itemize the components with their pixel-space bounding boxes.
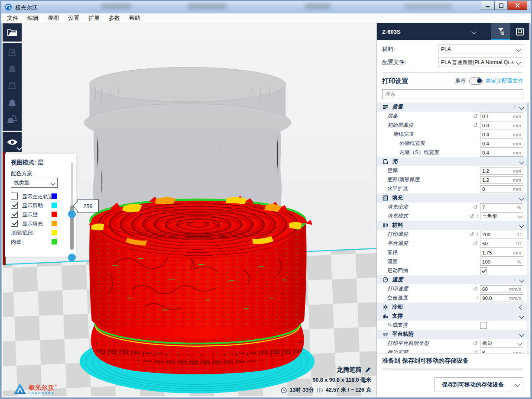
setting-value-input[interactable]: 60mm/s — [480, 285, 523, 293]
setting-value-input[interactable]: 0.4mm — [480, 140, 523, 148]
info-icon[interactable]: i — [477, 295, 478, 301]
setting-checkbox[interactable] — [480, 322, 487, 329]
edit-pencil-icon[interactable] — [365, 367, 371, 373]
viewport-3d[interactable]: 视图模式: 层 配色方案 线类型 显示空走轨迹显示帮助显示壁显示填充顶部/底部内… — [3, 23, 376, 396]
menu-item-3[interactable]: 视图 — [48, 14, 59, 22]
setting-value-input[interactable]: 1.2mm — [480, 167, 523, 175]
settings-section-header[interactable]: 速度i — [377, 275, 529, 284]
menu-item-5[interactable]: 扩展 — [88, 14, 100, 22]
settings-section-header[interactable]: 材料 — [377, 221, 529, 230]
machine-chevron-icon[interactable] — [471, 29, 476, 34]
settings-section-header[interactable]: 支撑 — [377, 312, 529, 321]
adhesion-icon — [382, 331, 389, 338]
setting-value-input[interactable]: 50°C — [480, 240, 523, 248]
layer-slider-handle-top[interactable] — [68, 210, 76, 218]
sliced-model[interactable] — [84, 196, 312, 377]
setting-value-input[interactable]: 0mm — [480, 185, 523, 193]
profile-select[interactable]: PLA 普通质量(PLA Normal Qua ★ — [438, 58, 523, 67]
reset-icon[interactable]: ↺ — [473, 113, 478, 119]
settings-section-header[interactable]: 填充 — [377, 193, 529, 203]
view-mode-title: 视图模式: 层 — [11, 159, 44, 167]
reset-icon[interactable]: ↺ — [473, 286, 478, 292]
tab-monitor[interactable] — [510, 23, 529, 40]
material-select[interactable]: PLA — [438, 45, 523, 54]
setting-checkbox[interactable] — [480, 267, 487, 274]
per-model-settings-icon[interactable] — [6, 114, 18, 125]
setting-value-input[interactable]: 0.1mm — [480, 113, 523, 120]
menu-item-4[interactable]: 设置 — [68, 14, 79, 22]
info-icon[interactable]: i — [477, 231, 478, 238]
setting-value-input[interactable]: 1.75mm — [480, 249, 523, 257]
reset-icon[interactable]: ↺ — [473, 204, 478, 210]
settings-section-header[interactable]: 质量i — [377, 103, 529, 112]
setting-label: 启动回抽 — [382, 267, 408, 274]
legend-checkbox[interactable] — [11, 220, 18, 227]
setting-select[interactable]: 三角形 — [480, 212, 523, 220]
maximize-button[interactable] — [494, 1, 508, 10]
menu-item-6[interactable]: 参数 — [109, 14, 120, 22]
mirror-tool-icon[interactable] — [6, 97, 18, 109]
scale-tool-icon[interactable] — [6, 64, 18, 75]
reset-icon[interactable]: ↺ — [470, 213, 474, 219]
setting-value-input[interactable]: 0.4mm — [480, 149, 523, 157]
setting-value: 0 — [482, 187, 485, 192]
recommended-custom-toggle[interactable] — [469, 77, 483, 85]
setting-row: 打印速度↺60mm/s — [377, 284, 529, 293]
reset-icon[interactable]: ↺ — [473, 241, 478, 246]
legend-item-label: 顶部/底部 — [11, 229, 33, 237]
reset-icon[interactable]: ↺ — [473, 122, 478, 128]
custom-profiles-link[interactable]: 自定义配置文件 — [486, 77, 524, 85]
info-icon[interactable]: i — [514, 277, 516, 283]
reset-icon[interactable]: ↺ — [470, 232, 474, 237]
ghost-model[interactable] — [84, 67, 291, 211]
scrollbar-thumb[interactable] — [527, 103, 529, 240]
layer-slider[interactable] — [69, 162, 75, 254]
setting-controls: ↺i三角形 — [470, 212, 523, 220]
tab-prepare-slice[interactable] — [491, 23, 510, 40]
save-to-removable-button[interactable]: 保存到可移动的存储设备 — [435, 377, 511, 392]
legend-checkbox[interactable] — [11, 193, 18, 200]
settings-search-input[interactable]: 搜索 — [382, 89, 523, 99]
move-tool-icon[interactable] — [6, 47, 18, 58]
save-options-chevron[interactable] — [511, 377, 523, 391]
setting-value-input[interactable]: 0.4mm — [480, 131, 523, 138]
settings-section-header[interactable]: 平台粘附 — [377, 330, 529, 339]
reset-icon[interactable]: ↺ — [473, 341, 478, 346]
setting-value-input[interactable]: 90.0mm/s — [480, 294, 523, 302]
printer-monitor-icon — [515, 27, 525, 36]
setting-select[interactable]: 檐边 — [480, 340, 523, 348]
chevron-down-icon — [518, 214, 522, 219]
settings-scrollbar[interactable] — [527, 103, 529, 353]
brand-name-en: JGAURORA — [29, 392, 57, 395]
info-icon[interactable]: i — [477, 213, 478, 219]
chevron-down-icon — [519, 332, 524, 337]
layer-slider-track[interactable] — [71, 162, 73, 206]
reset-icon[interactable]: ↺ — [473, 350, 478, 353]
setting-value-input[interactable]: 0.3mm — [480, 122, 523, 129]
close-button[interactable] — [508, 1, 527, 10]
legend-checkbox[interactable] — [11, 211, 18, 218]
minimize-button[interactable] — [481, 1, 494, 10]
legend-checkbox[interactable] — [11, 202, 18, 209]
settings-section-header[interactable]: 壳 — [377, 157, 529, 166]
profile-row: 配置文件: PLA 普通质量(PLA Normal Qua ★ — [382, 58, 523, 67]
setting-unit: mm/s — [509, 286, 521, 292]
menu-item-7[interactable]: 帮助 — [129, 14, 140, 22]
setting-value-input[interactable]: 8mm — [480, 349, 523, 354]
info-icon[interactable]: i — [514, 104, 516, 110]
machine-selector[interactable]: Z-603S — [382, 29, 401, 35]
menu-item-1[interactable]: 文件 — [7, 14, 18, 22]
setting-value-input[interactable]: 100% — [480, 258, 523, 266]
setting-value-input[interactable]: 200°C — [480, 231, 523, 238]
open-file-button[interactable] — [3, 23, 22, 42]
rotate-tool-icon[interactable] — [6, 80, 18, 92]
setting-value-input[interactable]: 1.2mm — [480, 176, 523, 184]
setting-unit: mm — [513, 123, 521, 128]
section-label: 支撑 — [392, 312, 403, 320]
layer-slider-handle-bottom[interactable] — [68, 254, 76, 261]
setting-value: 1.2 — [482, 168, 489, 174]
setting-value-input[interactable]: 7% — [480, 203, 523, 211]
settings-section-header[interactable]: 冷却 — [377, 302, 529, 312]
color-scheme-select[interactable]: 线类型 — [11, 178, 58, 188]
menu-item-2[interactable]: 编辑 — [27, 14, 39, 22]
